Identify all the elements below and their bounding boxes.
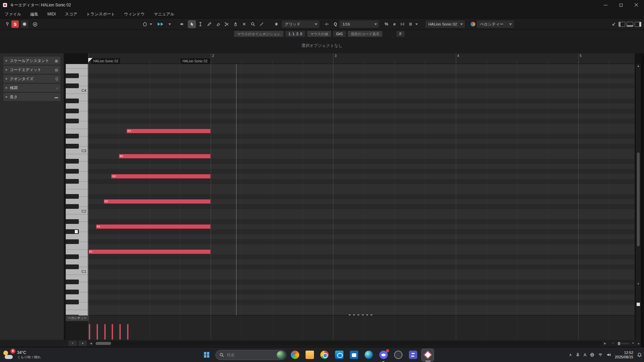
- hzoom-slider[interactable]: [617, 343, 629, 344]
- part-borders-button[interactable]: [398, 20, 407, 28]
- autoscroll-button[interactable]: [158, 20, 163, 28]
- piano-key-black[interactable]: [66, 290, 79, 294]
- note-grid[interactable]: E1A1D2G2B2E3: [88, 64, 635, 315]
- taskbar-app-store[interactable]: [347, 349, 360, 361]
- menu-item-manual[interactable]: マニュアル: [154, 11, 174, 17]
- iterative-quantize-button[interactable]: %: [382, 20, 390, 28]
- taskbar-app-outlook[interactable]: [333, 349, 345, 361]
- piano-key-black[interactable]: [66, 239, 79, 244]
- midi-note-d2[interactable]: D2: [104, 199, 211, 204]
- search-highlight-image[interactable]: [277, 351, 285, 359]
- menu-item-file[interactable]: ファイル: [5, 11, 21, 17]
- piano-key-black[interactable]: [66, 99, 79, 103]
- hzoom-slider-thumb[interactable]: [618, 342, 620, 345]
- taskbar-app-copilot[interactable]: [288, 349, 301, 361]
- add-controller-lane-button[interactable]: +: [68, 341, 77, 346]
- inspector-item-quantize[interactable]: ▶クオンタイズQ: [3, 75, 60, 83]
- audition-button[interactable]: [178, 20, 186, 28]
- minimize-button[interactable]: [598, 0, 613, 10]
- taskbar-app-edge[interactable]: [362, 349, 375, 361]
- part-mode-dropdown-arrow-icon[interactable]: [150, 23, 152, 25]
- microphone-icon[interactable]: [576, 353, 580, 357]
- piano-key-black[interactable]: [66, 194, 79, 199]
- pin-editor-button[interactable]: [3, 20, 11, 28]
- snap-toggle-button[interactable]: [272, 20, 280, 28]
- taskbar-app-app-dark[interactable]: [392, 349, 405, 361]
- right-zone-toggle[interactable]: [635, 22, 641, 27]
- hzoom-in-button[interactable]: +: [632, 341, 634, 345]
- piano-key-black[interactable]: [66, 144, 79, 148]
- menu-item-transport[interactable]: トランスポート: [86, 11, 115, 17]
- start-button[interactable]: [200, 348, 213, 362]
- close-button[interactable]: [629, 0, 644, 10]
- maximize-button[interactable]: [613, 0, 629, 10]
- vzoom-in-button[interactable]: +: [636, 282, 641, 286]
- vzoom-handle[interactable]: [637, 303, 640, 306]
- midi-note-e1[interactable]: E1: [88, 249, 211, 254]
- lane-resize-handle[interactable]: [349, 314, 374, 315]
- globe-icon[interactable]: [590, 353, 594, 357]
- piano-key-black[interactable]: [66, 254, 79, 259]
- lanes-dropdown-arrow-icon[interactable]: [415, 23, 418, 25]
- lower-zone-toggle[interactable]: [627, 22, 633, 27]
- event-colors-button[interactable]: [469, 20, 477, 28]
- tool-draw-button[interactable]: [205, 20, 213, 28]
- record-button[interactable]: [21, 20, 28, 28]
- timeline-ruler[interactable]: 2345 HALion Sonic 02 HALion Sonic 02: [88, 53, 635, 64]
- event-colors-dropdown[interactable]: ベロシティー: [477, 20, 514, 28]
- scroll-up-button[interactable]: ▲: [636, 65, 641, 67]
- mouse-time-position-value[interactable]: 1. 1. 2. 0: [285, 31, 305, 37]
- hzoom-out-button[interactable]: −: [612, 341, 614, 345]
- tool-trim-button[interactable]: [197, 20, 205, 28]
- piano-key-black[interactable]: [66, 300, 79, 304]
- taskbar-app-chrome[interactable]: [318, 349, 331, 361]
- volume-icon[interactable]: [606, 353, 611, 357]
- part-start-tag[interactable]: HALion Sonic 02: [91, 58, 120, 64]
- velocity-lane[interactable]: [88, 315, 635, 340]
- piano-key-black[interactable]: [66, 204, 79, 209]
- quantize-button[interactable]: Q: [331, 20, 339, 28]
- piano-key-black[interactable]: [66, 280, 79, 284]
- search-input[interactable]: [227, 353, 274, 357]
- scroll-left-button[interactable]: ◀: [90, 342, 92, 345]
- notification-bell-icon[interactable]: [637, 352, 642, 357]
- tool-glue-button[interactable]: [231, 20, 239, 28]
- weather-widget[interactable]: 8 34°C くもり時々晴れ: [3, 347, 41, 362]
- taskbar-app-teams[interactable]: [407, 349, 419, 361]
- piano-keyboard[interactable]: C4C3C2C1: [66, 64, 88, 315]
- mouse-value-value[interactable]: G#1: [333, 31, 346, 37]
- part-end-tag[interactable]: HALion Sonic 02: [180, 58, 211, 64]
- horizontal-scrollbar-thumb[interactable]: [96, 342, 111, 345]
- ime-indicator[interactable]: A: [584, 353, 586, 357]
- menu-item-midi[interactable]: MIDI: [47, 12, 56, 16]
- part-editing-mode-button[interactable]: [141, 20, 149, 28]
- menu-item-window[interactable]: ウィンドウ: [124, 11, 145, 17]
- piano-key-black[interactable]: [66, 119, 79, 123]
- playhead-flag-icon[interactable]: [88, 58, 93, 62]
- quantize-panel-button[interactable]: e: [390, 20, 398, 28]
- midi-note-a1[interactable]: A1: [96, 224, 211, 229]
- horizontal-scrollbar[interactable]: [94, 341, 602, 346]
- scroll-right-button[interactable]: ▶: [604, 342, 606, 345]
- autoscroll-dropdown-arrow-icon[interactable]: [168, 23, 171, 25]
- piano-key-black[interactable]: [66, 134, 79, 138]
- piano-key-black[interactable]: [66, 169, 79, 174]
- length-quantize-button[interactable]: [323, 20, 331, 28]
- tool-object-selection-button[interactable]: [188, 20, 196, 28]
- inspector-item-length[interactable]: ▶長さ▬: [3, 93, 60, 101]
- piano-key-black[interactable]: [66, 159, 79, 164]
- menu-item-edit[interactable]: 編集: [30, 11, 38, 17]
- piano-key-black[interactable]: [66, 264, 79, 269]
- tool-zoom-button[interactable]: [249, 20, 257, 28]
- piano-key-black[interactable]: [66, 109, 79, 113]
- vertical-scrollbar-thumb[interactable]: [637, 153, 640, 246]
- track-dropdown[interactable]: HALion Sonic 02: [425, 20, 465, 28]
- menu-item-score[interactable]: スコア: [65, 11, 77, 17]
- midi-note-b2[interactable]: B2: [119, 154, 211, 159]
- piano-key-black[interactable]: [66, 73, 79, 78]
- acoustic-feedback-button[interactable]: [31, 20, 39, 28]
- piano-key-black[interactable]: [66, 219, 79, 224]
- tool-erase-button[interactable]: [214, 20, 222, 28]
- wifi-icon[interactable]: [598, 353, 603, 357]
- left-zone-toggle[interactable]: [619, 22, 625, 27]
